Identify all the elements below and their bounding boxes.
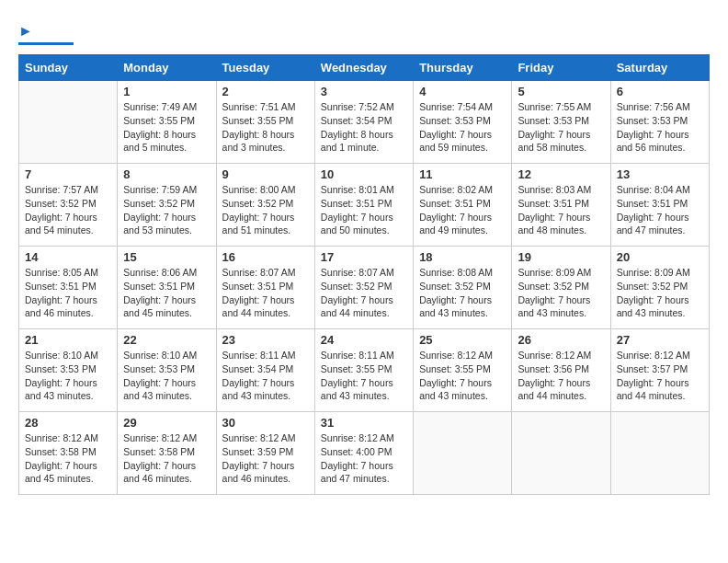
day-number: 28 (25, 416, 111, 430)
calendar-day-30: 30Sunrise: 8:12 AM Sunset: 3:59 PM Dayli… (216, 412, 314, 495)
day-info: Sunrise: 8:12 AM Sunset: 3:58 PM Dayligh… (123, 431, 210, 486)
day-info: Sunrise: 7:49 AM Sunset: 3:55 PM Dayligh… (123, 100, 210, 155)
day-info: Sunrise: 8:08 AM Sunset: 3:52 PM Dayligh… (419, 266, 506, 320)
empty-cell (19, 81, 118, 164)
day-number: 25 (419, 333, 506, 347)
day-number: 11 (419, 167, 506, 181)
day-number: 16 (222, 250, 309, 264)
day-info: Sunrise: 7:56 AM Sunset: 3:53 PM Dayligh… (617, 100, 703, 155)
day-number: 26 (518, 333, 604, 347)
day-info: Sunrise: 8:02 AM Sunset: 3:51 PM Dayligh… (419, 183, 506, 237)
day-info: Sunrise: 8:12 AM Sunset: 3:59 PM Dayligh… (222, 431, 309, 486)
day-info: Sunrise: 8:06 AM Sunset: 3:51 PM Dayligh… (123, 266, 210, 320)
calendar-week-2: 7Sunrise: 7:57 AM Sunset: 3:52 PM Daylig… (19, 164, 710, 247)
day-info: Sunrise: 8:12 AM Sunset: 4:00 PM Dayligh… (321, 431, 407, 486)
empty-cell (610, 412, 709, 495)
day-info: Sunrise: 7:55 AM Sunset: 3:53 PM Dayligh… (518, 100, 604, 155)
day-info: Sunrise: 8:10 AM Sunset: 3:53 PM Dayligh… (123, 349, 210, 403)
day-info: Sunrise: 8:00 AM Sunset: 3:52 PM Dayligh… (222, 183, 309, 237)
day-info: Sunrise: 8:09 AM Sunset: 3:52 PM Dayligh… (518, 266, 604, 320)
calendar-day-28: 28Sunrise: 8:12 AM Sunset: 3:58 PM Dayli… (19, 412, 118, 495)
day-info: Sunrise: 8:01 AM Sunset: 3:51 PM Dayligh… (321, 183, 407, 237)
calendar-day-23: 23Sunrise: 8:11 AM Sunset: 3:54 PM Dayli… (216, 329, 314, 412)
day-info: Sunrise: 8:11 AM Sunset: 3:54 PM Dayligh… (222, 349, 309, 403)
day-number: 15 (123, 250, 210, 264)
day-number: 22 (123, 333, 210, 347)
day-info: Sunrise: 8:12 AM Sunset: 3:57 PM Dayligh… (617, 349, 703, 403)
day-info: Sunrise: 8:09 AM Sunset: 3:52 PM Dayligh… (617, 266, 703, 320)
calendar-day-12: 12Sunrise: 8:03 AM Sunset: 3:51 PM Dayli… (512, 164, 610, 247)
day-number: 4 (419, 85, 506, 98)
calendar-day-1: 1Sunrise: 7:49 AM Sunset: 3:55 PM Daylig… (118, 81, 216, 164)
day-number: 3 (321, 85, 407, 98)
calendar-day-3: 3Sunrise: 7:52 AM Sunset: 3:54 PM Daylig… (314, 81, 413, 164)
header-saturday: Saturday (610, 55, 709, 81)
header-monday: Monday (118, 55, 216, 81)
calendar-day-25: 25Sunrise: 8:12 AM Sunset: 3:55 PM Dayli… (414, 329, 512, 412)
day-number: 9 (222, 167, 309, 181)
day-number: 23 (222, 333, 309, 347)
calendar-day-31: 31Sunrise: 8:12 AM Sunset: 4:00 PM Dayli… (314, 412, 413, 495)
calendar-day-20: 20Sunrise: 8:09 AM Sunset: 3:52 PM Dayli… (610, 247, 709, 329)
day-info: Sunrise: 8:03 AM Sunset: 3:51 PM Dayligh… (518, 183, 604, 237)
calendar-day-13: 13Sunrise: 8:04 AM Sunset: 3:51 PM Dayli… (610, 164, 709, 247)
calendar-day-7: 7Sunrise: 7:57 AM Sunset: 3:52 PM Daylig… (19, 164, 118, 247)
day-number: 21 (25, 333, 111, 347)
day-number: 6 (617, 85, 703, 98)
calendar-day-14: 14Sunrise: 8:05 AM Sunset: 3:51 PM Dayli… (19, 247, 118, 329)
header-wednesday: Wednesday (314, 55, 413, 81)
day-number: 31 (321, 416, 407, 430)
day-info: Sunrise: 7:51 AM Sunset: 3:55 PM Dayligh… (222, 100, 309, 155)
calendar-day-10: 10Sunrise: 8:01 AM Sunset: 3:51 PM Dayli… (314, 164, 413, 247)
day-number: 19 (518, 250, 604, 264)
day-info: Sunrise: 8:12 AM Sunset: 3:56 PM Dayligh… (518, 349, 604, 403)
calendar-week-5: 28Sunrise: 8:12 AM Sunset: 3:58 PM Dayli… (19, 412, 710, 495)
calendar-day-11: 11Sunrise: 8:02 AM Sunset: 3:51 PM Dayli… (414, 164, 512, 247)
day-number: 5 (518, 85, 604, 98)
logo: ► (18, 18, 74, 45)
empty-cell (414, 412, 512, 495)
calendar-day-26: 26Sunrise: 8:12 AM Sunset: 3:56 PM Dayli… (512, 329, 610, 412)
calendar-header-row: SundayMondayTuesdayWednesdayThursdayFrid… (19, 55, 710, 81)
day-number: 18 (419, 250, 506, 264)
day-info: Sunrise: 8:07 AM Sunset: 3:52 PM Dayligh… (321, 266, 407, 320)
calendar-day-19: 19Sunrise: 8:09 AM Sunset: 3:52 PM Dayli… (512, 247, 610, 329)
day-info: Sunrise: 8:07 AM Sunset: 3:51 PM Dayligh… (222, 266, 309, 320)
calendar-day-5: 5Sunrise: 7:55 AM Sunset: 3:53 PM Daylig… (512, 81, 610, 164)
day-info: Sunrise: 8:12 AM Sunset: 3:55 PM Dayligh… (419, 349, 506, 403)
day-info: Sunrise: 8:12 AM Sunset: 3:58 PM Dayligh… (25, 431, 111, 486)
day-number: 7 (25, 167, 111, 181)
day-info: Sunrise: 8:10 AM Sunset: 3:53 PM Dayligh… (25, 349, 111, 403)
calendar-day-2: 2Sunrise: 7:51 AM Sunset: 3:55 PM Daylig… (216, 81, 314, 164)
calendar-day-18: 18Sunrise: 8:08 AM Sunset: 3:52 PM Dayli… (414, 247, 512, 329)
day-info: Sunrise: 7:52 AM Sunset: 3:54 PM Dayligh… (321, 100, 407, 155)
day-number: 8 (123, 167, 210, 181)
calendar-day-6: 6Sunrise: 7:56 AM Sunset: 3:53 PM Daylig… (610, 81, 709, 164)
calendar-day-22: 22Sunrise: 8:10 AM Sunset: 3:53 PM Dayli… (118, 329, 216, 412)
header-friday: Friday (512, 55, 610, 81)
calendar-day-9: 9Sunrise: 8:00 AM Sunset: 3:52 PM Daylig… (216, 164, 314, 247)
day-info: Sunrise: 7:54 AM Sunset: 3:53 PM Dayligh… (419, 100, 506, 155)
calendar-day-24: 24Sunrise: 8:11 AM Sunset: 3:55 PM Dayli… (314, 329, 413, 412)
day-info: Sunrise: 8:04 AM Sunset: 3:51 PM Dayligh… (617, 183, 703, 237)
day-info: Sunrise: 8:05 AM Sunset: 3:51 PM Dayligh… (25, 266, 111, 320)
day-number: 20 (617, 250, 703, 264)
day-info: Sunrise: 8:11 AM Sunset: 3:55 PM Dayligh… (321, 349, 407, 403)
day-number: 13 (617, 167, 703, 181)
day-number: 17 (321, 250, 407, 264)
day-number: 29 (123, 416, 210, 430)
calendar-week-1: 1Sunrise: 7:49 AM Sunset: 3:55 PM Daylig… (19, 81, 710, 164)
day-number: 2 (222, 85, 309, 98)
day-info: Sunrise: 7:59 AM Sunset: 3:52 PM Dayligh… (123, 183, 210, 237)
day-info: Sunrise: 7:57 AM Sunset: 3:52 PM Dayligh… (25, 183, 111, 237)
calendar-day-29: 29Sunrise: 8:12 AM Sunset: 3:58 PM Dayli… (118, 412, 216, 495)
day-number: 27 (617, 333, 703, 347)
calendar-week-3: 14Sunrise: 8:05 AM Sunset: 3:51 PM Dayli… (19, 247, 710, 329)
calendar-day-27: 27Sunrise: 8:12 AM Sunset: 3:57 PM Dayli… (610, 329, 709, 412)
day-number: 12 (518, 167, 604, 181)
calendar-day-21: 21Sunrise: 8:10 AM Sunset: 3:53 PM Dayli… (19, 329, 118, 412)
calendar-table: SundayMondayTuesdayWednesdayThursdayFrid… (18, 54, 710, 495)
header-thursday: Thursday (414, 55, 512, 81)
day-number: 30 (222, 416, 309, 430)
calendar-day-15: 15Sunrise: 8:06 AM Sunset: 3:51 PM Dayli… (118, 247, 216, 329)
